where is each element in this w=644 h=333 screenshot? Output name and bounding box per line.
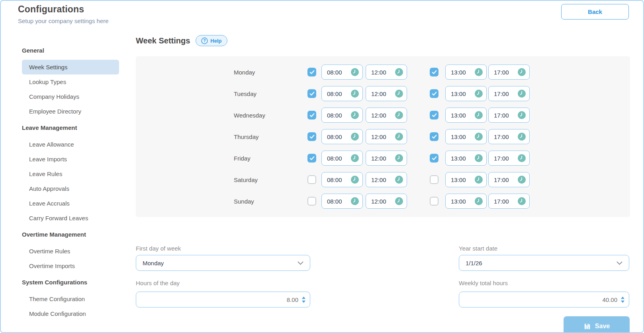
sidebar-item-leave-imports[interactable]: Leave Imports — [22, 152, 119, 166]
help-button[interactable]: ? Help — [196, 35, 227, 46]
sidebar-item-company-holidays[interactable]: Company Holidays — [22, 89, 119, 104]
sidebar-item-auto-approvals[interactable]: Auto Approvals — [22, 181, 119, 196]
time-input[interactable]: 12:00 — [366, 194, 407, 209]
time-input[interactable]: 08:00 — [321, 151, 363, 166]
time-input[interactable]: 17:00 — [488, 65, 530, 80]
sidebar-item-leave-accruals[interactable]: Leave Accruals — [22, 196, 119, 211]
clock-icon — [395, 133, 403, 141]
clock-icon — [518, 133, 526, 141]
time-input[interactable]: 12:00 — [366, 65, 407, 80]
time-input[interactable]: 17:00 — [488, 172, 530, 187]
time-input[interactable]: 08:00 — [321, 108, 363, 123]
clock-icon — [351, 176, 359, 184]
sidebar-item-leave-allowance[interactable]: Leave Allowance — [22, 137, 119, 152]
clock-icon — [395, 68, 403, 76]
day-checkbox-checked[interactable] — [430, 68, 438, 76]
time-input[interactable]: 17:00 — [488, 151, 530, 166]
time-input[interactable]: 13:00 — [445, 172, 487, 187]
time-input[interactable]: 13:00 — [445, 129, 487, 144]
number-stepper[interactable] — [621, 296, 625, 304]
time-input[interactable]: 08:00 — [321, 86, 363, 101]
time-input[interactable]: 08:00 — [321, 194, 363, 209]
time-input[interactable]: 12:00 — [366, 172, 407, 187]
time-input[interactable]: 17:00 — [488, 194, 530, 209]
sidebar: GeneralWeek SettingsLookup TypesCompany … — [22, 43, 119, 323]
sidebar-item-overtime-imports[interactable]: Overtime Imports — [22, 259, 119, 273]
time-value: 12:00 — [371, 69, 386, 76]
sidebar-item-leave-rules[interactable]: Leave Rules — [22, 166, 119, 181]
day-checkbox-checked[interactable] — [307, 154, 316, 163]
day-checkbox-checked[interactable] — [307, 68, 316, 76]
time-input[interactable]: 17:00 — [488, 129, 530, 144]
day-checkbox-checked[interactable] — [430, 132, 438, 141]
year-start-date-select[interactable]: 1/1/26 — [459, 255, 629, 271]
sidebar-section-header: Overtime Management — [22, 227, 119, 242]
first-day-of-week-select[interactable]: Monday — [136, 255, 310, 271]
time-input[interactable]: 08:00 — [321, 129, 363, 144]
time-input[interactable]: 12:00 — [366, 108, 407, 123]
sidebar-item-overtime-rules[interactable]: Overtime Rules — [22, 244, 119, 259]
weekly-total-hours-input[interactable]: 40.00 — [459, 292, 629, 308]
sidebar-item-carry-forward-leaves[interactable]: Carry Forward Leaves — [22, 211, 119, 225]
day-checkbox-unchecked[interactable] — [430, 175, 438, 184]
clock-icon — [395, 176, 403, 184]
time-value: 13:00 — [451, 69, 466, 76]
time-input[interactable]: 13:00 — [445, 65, 487, 80]
time-input[interactable]: 17:00 — [488, 108, 530, 123]
day-checkbox-checked[interactable] — [430, 154, 438, 163]
number-stepper[interactable] — [301, 296, 306, 304]
time-input[interactable]: 13:00 — [445, 194, 487, 209]
hours-of-day-input[interactable]: 8.00 — [136, 292, 310, 308]
clock-icon — [351, 133, 359, 141]
clock-icon — [475, 133, 483, 141]
time-input[interactable]: 17:00 — [488, 86, 530, 101]
time-input[interactable]: 13:00 — [445, 151, 487, 166]
day-label: Friday — [234, 155, 294, 162]
day-checkbox-unchecked[interactable] — [307, 175, 316, 184]
time-value: 12:00 — [371, 155, 386, 162]
day-checkbox-checked[interactable] — [307, 89, 316, 98]
time-input[interactable]: 12:00 — [366, 151, 407, 166]
day-checkbox-checked[interactable] — [307, 111, 316, 119]
day-checkbox-unchecked[interactable] — [430, 197, 438, 206]
time-input[interactable]: 08:00 — [321, 65, 363, 80]
time-input[interactable]: 12:00 — [366, 129, 407, 144]
day-row-friday: Friday08:0012:0013:0017:00 — [136, 147, 630, 169]
form-column-right: Year start date 1/1/26 Weekly total hour… — [459, 245, 629, 308]
time-value: 17:00 — [494, 112, 509, 119]
day-checkbox-checked[interactable] — [430, 89, 438, 98]
time-value: 08:00 — [327, 198, 342, 205]
save-button[interactable]: Save — [564, 316, 630, 333]
sidebar-item-week-settings[interactable]: Week Settings — [22, 60, 119, 74]
day-checkbox-checked[interactable] — [307, 132, 316, 141]
sidebar-item-theme-configuration[interactable]: Theme Configuration — [22, 292, 119, 306]
app-window: Configurations Setup your company settin… — [0, 0, 644, 333]
time-value: 12:00 — [371, 198, 386, 205]
time-value: 12:00 — [371, 112, 386, 119]
time-input[interactable]: 13:00 — [445, 108, 487, 123]
clock-icon — [475, 90, 483, 98]
clock-icon — [395, 111, 403, 119]
sidebar-section-header: Leave Management — [22, 120, 119, 135]
page-header: Configurations Setup your company settin… — [18, 4, 109, 24]
clock-icon — [518, 154, 526, 162]
sidebar-item-employee-directory[interactable]: Employee Directory — [22, 104, 119, 119]
hours-of-day-value: 8.00 — [287, 296, 298, 303]
form-column-left: First day of week Monday Hours of the da… — [136, 245, 310, 308]
sidebar-item-lookup-types[interactable]: Lookup Types — [22, 74, 119, 89]
time-value: 13:00 — [451, 198, 466, 205]
back-button[interactable]: Back — [561, 4, 629, 20]
clock-icon — [475, 111, 483, 119]
time-input[interactable]: 12:00 — [366, 86, 407, 101]
time-input[interactable]: 13:00 — [445, 86, 487, 101]
time-input[interactable]: 08:00 — [321, 172, 363, 187]
time-value: 08:00 — [327, 112, 342, 119]
time-value: 17:00 — [494, 176, 509, 183]
clock-icon — [475, 68, 483, 76]
time-value: 17:00 — [494, 155, 509, 162]
day-checkbox-checked[interactable] — [430, 111, 438, 119]
time-value: 13:00 — [451, 112, 466, 119]
day-label: Wednesday — [234, 112, 294, 119]
sidebar-item-module-configuration[interactable]: Module Configuration — [22, 306, 119, 321]
day-checkbox-unchecked[interactable] — [307, 197, 316, 206]
